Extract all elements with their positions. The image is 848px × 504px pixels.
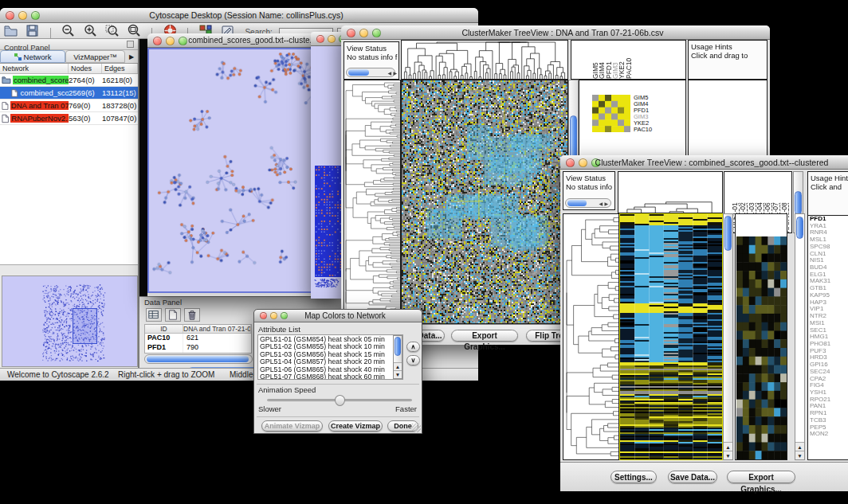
network-tab-icon [14, 53, 22, 61]
tv1-detail-column-labels: GIM5GIM4PFD1GIM3YKE2PAC10 [592, 42, 632, 79]
rotated-column-label: PFD1 [606, 42, 612, 79]
tv1-heatmap-pane[interactable] [401, 80, 568, 324]
create-vizmap-button[interactable]: Create Vizmap [328, 420, 383, 432]
network-row[interactable]: RNAPuberNov2...563(0)107847(0) [0, 112, 138, 125]
document-icon [2, 101, 9, 111]
move-up-button[interactable]: ∧ [406, 342, 420, 352]
attribute-list-scrollbar[interactable]: ▲▼ [393, 335, 402, 379]
tv2-detail-pane[interactable] [735, 213, 787, 460]
zoom-selected-icon[interactable] [104, 24, 120, 37]
column-header[interactable]: ID [145, 325, 183, 333]
attribute-select-icon[interactable] [146, 308, 162, 322]
treeview1-titlebar[interactable]: ClusterMaker TreeView : DNA and Tran 07-… [341, 25, 770, 40]
rotated-column-label: GIM4 [599, 42, 605, 79]
network-row[interactable]: combined_sco...2569(6)13112(15) [0, 87, 138, 100]
tv2-row-dendrogram-pane[interactable] [563, 213, 619, 460]
tv2-detail-heatmap[interactable] [736, 236, 787, 459]
network-table-header: NetworkNodesEdges [0, 64, 138, 74]
tv2-status-scrollbar[interactable]: ◀▶ [565, 198, 611, 208]
tv2-column-dendrogram-pane[interactable] [618, 171, 723, 213]
network-nodes: 563(0) [69, 114, 102, 123]
close-button[interactable] [260, 312, 267, 319]
column-header[interactable]: DNA and Tran 07-21-06... [183, 325, 251, 333]
attribute-list-label: Attribute List [254, 322, 422, 334]
data-row[interactable]: PFD1790 [145, 343, 251, 353]
tv2-detail-scrollbar[interactable]: ▲▼ [795, 213, 805, 460]
delete-attribute-icon[interactable] [184, 308, 200, 322]
rotated-column-label: PAC10 [626, 42, 632, 79]
tv1-column-dendrogram-pane[interactable] [401, 40, 568, 80]
column-header[interactable]: Edges [102, 64, 138, 73]
background-network-titlebar[interactable] [311, 32, 341, 46]
network-name: DNA and Tran 07... [10, 101, 69, 110]
animation-speed-label: Animation Speed [258, 385, 316, 394]
resize-grip[interactable] [412, 424, 421, 432]
tab-overflow-button[interactable]: ▶ [125, 50, 138, 63]
network-edges: 16218(0) [102, 76, 138, 84]
tv2-heatmap-scrollbar[interactable]: ▲▼ [723, 213, 733, 460]
treeview2-titlebar[interactable]: ClusterMaker TreeView : combined_scores_… [560, 155, 848, 170]
data-table: PAC10621PFD1790 [145, 334, 251, 353]
column-header[interactable]: Nodes [69, 64, 102, 73]
tv2-save-data-button[interactable]: Save Data... [668, 471, 717, 483]
network-nodes: 769(0) [69, 101, 102, 110]
background-network-window [311, 32, 341, 299]
status-welcome: Welcome to Cytoscape 2.6.2 [7, 370, 109, 379]
status-zoom-hint: Right-click + drag to ZOOM [118, 370, 214, 379]
attribute-list[interactable]: GPL51-01 (GSM854) heat shock 05 minGPL51… [257, 334, 403, 380]
save-icon[interactable] [25, 24, 40, 37]
row-value: 621 [183, 334, 251, 343]
float-panel-icon[interactable] [127, 41, 134, 48]
document-icon [2, 114, 9, 123]
control-panel: Control Panel Network VizMapper™ ▶ Netwo… [0, 39, 139, 368]
tv1-export-graphics-button[interactable]: Export Graphics... [451, 330, 518, 342]
new-attribute-icon[interactable] [165, 308, 181, 322]
row-id: PFD1 [145, 343, 183, 353]
data-panel-hscrollbar[interactable] [144, 354, 253, 364]
background-network-canvas[interactable] [311, 46, 341, 299]
treeview2-window: ClusterMaker TreeView : combined_scores_… [560, 155, 848, 491]
animate-vizmap-button[interactable]: Animate Vizmap [261, 420, 323, 432]
network-row[interactable]: combined_scores2764(0)16218(0) [0, 74, 138, 87]
treeview1-title: ClusterMaker TreeView : DNA and Tran 07-… [360, 28, 765, 37]
zoom-out-icon[interactable] [61, 24, 76, 37]
network-overview-pane[interactable] [2, 275, 138, 367]
document-icon [11, 88, 18, 98]
rotated-column-label: YKE2 [618, 42, 625, 79]
main-window-title: Cytoscape Desktop (Session Name: collins… [19, 10, 473, 20]
zoom-fit-icon[interactable] [127, 24, 142, 37]
network-overview-canvas[interactable] [2, 276, 137, 366]
tv2-settings-button[interactable]: Settings... [610, 471, 657, 483]
tv1-usage-hints: Usage HintsClick and drag to [688, 40, 768, 80]
gene-label: MON2 [810, 431, 848, 438]
move-down-button[interactable]: ∨ [406, 355, 420, 365]
close-button[interactable] [153, 37, 162, 45]
dialog-titlebar[interactable]: Map Colors to Network [254, 310, 422, 322]
close-button[interactable] [6, 11, 14, 20]
tab-vizmapper[interactable]: VizMapper™ [65, 50, 125, 63]
network-name: RNAPuberNov2... [10, 114, 69, 123]
close-button[interactable] [347, 29, 355, 37]
close-button[interactable] [316, 35, 324, 43]
minimize-button[interactable] [328, 35, 336, 43]
data-row[interactable]: PAC10621 [145, 334, 251, 343]
tv1-row-dendrogram-pane[interactable] [344, 80, 401, 324]
network-edges: 107847(0) [102, 114, 138, 123]
column-header[interactable]: Network [0, 64, 69, 73]
slider-thumb[interactable] [335, 395, 345, 406]
tab-network[interactable]: Network [0, 50, 65, 63]
attribute-item[interactable]: GPL51-07 (GSM868) heat shock 60 min [260, 373, 401, 380]
network-row[interactable]: DNA and Tran 07...769(0)183728(0) [0, 100, 138, 112]
map-colors-dialog: Map Colors to Network Attribute List GPL… [253, 309, 422, 434]
main-titlebar[interactable]: Cytoscape Desktop (Session Name: collins… [0, 8, 478, 23]
tv2-heatmap-pane[interactable] [619, 213, 723, 460]
animation-slider[interactable] [267, 399, 412, 401]
tv1-status-scrollbar[interactable]: ◀▶ [346, 68, 395, 77]
slider-slower-label: Slower [258, 404, 281, 413]
open-folder-icon[interactable] [3, 24, 18, 37]
tv1-detail-heatmap[interactable] [592, 95, 630, 132]
close-button[interactable] [566, 158, 575, 167]
zoom-in-icon[interactable] [83, 24, 98, 37]
network-nodes: 2569(6) [69, 88, 102, 97]
tv2-export-graphics-button[interactable]: Export Graphics... [727, 471, 795, 483]
